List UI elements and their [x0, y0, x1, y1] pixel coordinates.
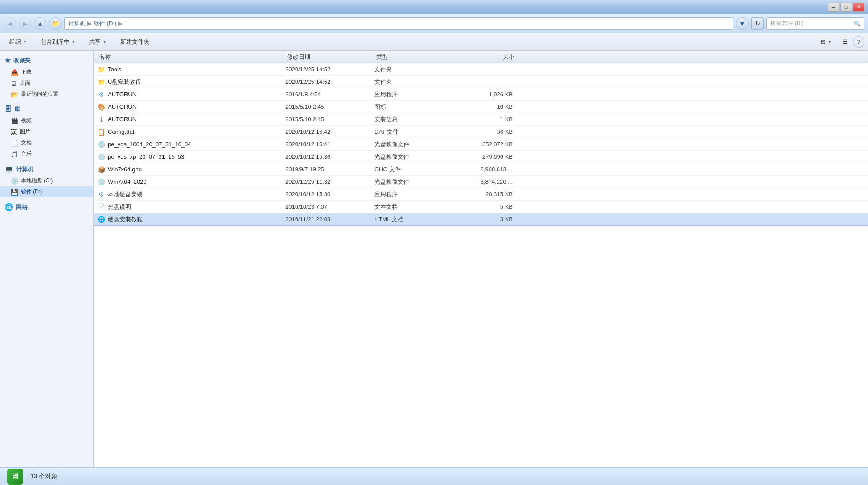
- file-type-cell: 文本文档: [374, 203, 455, 211]
- table-row[interactable]: 📄 光盘说明 2016/10/23 7:07 文本文档 5 KB: [94, 201, 868, 213]
- table-row[interactable]: ⚙ 本地硬盘安装 2020/10/12 15:30 应用程序 28,315 KB: [94, 188, 868, 201]
- file-name-text: Win7x64_2020: [108, 178, 147, 185]
- help-icon: ?: [857, 38, 860, 45]
- network-label: 网络: [16, 203, 28, 211]
- include-library-label: 包含到库中: [41, 38, 70, 46]
- view-toggle-button[interactable]: ⊞ ▼: [815, 35, 838, 49]
- file-name-cell: ℹ AUTORUN: [94, 115, 285, 123]
- refresh-button[interactable]: ↻: [751, 17, 764, 30]
- file-date-cell: 2015/5/10 2:45: [285, 116, 374, 123]
- up-button[interactable]: ▲: [34, 17, 46, 30]
- empty-area[interactable]: [94, 226, 868, 359]
- col-header-type[interactable]: 类型: [376, 53, 457, 61]
- file-rows-container: 📁 Tools 2020/12/25 14:52 文件夹 📁 U盘安装教程 20…: [94, 63, 868, 226]
- organize-label: 组织: [9, 38, 21, 46]
- file-icon: 🌐: [97, 215, 105, 223]
- table-row[interactable]: 💿 pe_yqs_1064_20_07_31_16_04 2020/10/12 …: [94, 138, 868, 151]
- d-drive-label: 软件 (D:): [21, 188, 42, 196]
- forward-button[interactable]: ▶: [19, 17, 31, 30]
- file-name-text: Tools: [108, 66, 121, 73]
- table-row[interactable]: 📦 Win7x64.gho 2019/9/7 19:25 GHO 文件 2,90…: [94, 163, 868, 176]
- file-date-cell: 2020/10/12 15:42: [285, 128, 374, 135]
- image-icon: 🖼: [11, 128, 17, 136]
- file-name-cell: 💿 pe_yqs_xp_20_07_31_15_53: [94, 153, 285, 161]
- view-details-button[interactable]: ☰: [839, 35, 851, 49]
- table-row[interactable]: 🌐 硬盘安装教程 2016/11/21 22:03 HTML 文档 3 KB: [94, 213, 868, 226]
- statusbar-count: 13 个对象: [30, 473, 58, 481]
- table-row[interactable]: 📁 U盘安装教程 2020/12/25 14:52 文件夹: [94, 76, 868, 88]
- file-type-cell: 应用程序: [374, 90, 455, 99]
- table-row[interactable]: 📋 Config.dat 2020/10/12 15:42 DAT 文件 36 …: [94, 126, 868, 138]
- table-row[interactable]: 💿 pe_yqs_xp_20_07_31_15_53 2020/10/12 15…: [94, 151, 868, 163]
- search-bar[interactable]: 搜索 软件 (D:) 🔍: [766, 17, 864, 30]
- sidebar-item-doc[interactable]: 📄 文档: [0, 137, 93, 148]
- file-name-cell: 📄 光盘说明: [94, 203, 285, 211]
- favorites-icon: ★: [4, 56, 11, 65]
- file-size-cell: 652,072 KB: [455, 141, 522, 148]
- sidebar-item-download[interactable]: 📥 下载: [0, 66, 93, 78]
- file-type-cell: 文件夹: [374, 78, 455, 86]
- col-header-name[interactable]: 名称: [95, 53, 287, 61]
- file-type-cell: HTML 文档: [374, 215, 455, 223]
- file-type-cell: 光盘映像文件: [374, 178, 455, 186]
- sidebar-favorites-header[interactable]: ★ 收藏夹: [0, 54, 93, 66]
- sidebar-section-computer: 💻 计算机 💿 本地磁盘 (C:) 💾 软件 (D:): [0, 163, 93, 197]
- file-type-cell: DAT 文件: [374, 128, 455, 136]
- include-library-button[interactable]: 包含到库中 ▼: [35, 35, 82, 49]
- breadcrumb-drive[interactable]: 软件 (D:): [94, 20, 116, 28]
- file-icon: 🎨: [97, 103, 105, 111]
- music-icon: 🎵: [11, 151, 18, 158]
- view-icon: ⊞: [821, 38, 826, 45]
- share-button[interactable]: 共享 ▼: [83, 35, 113, 49]
- file-date-cell: 2016/1/8 4:54: [285, 91, 374, 98]
- new-folder-button[interactable]: 新建文件夹: [115, 35, 155, 49]
- organize-button[interactable]: 组织 ▼: [4, 35, 33, 49]
- minimize-button[interactable]: ─: [828, 3, 839, 12]
- sidebar-item-c-drive[interactable]: 💿 本地磁盘 (C:): [0, 175, 93, 186]
- table-row[interactable]: ℹ AUTORUN 2015/5/10 2:45 安装信息 1 KB: [94, 113, 868, 126]
- sidebar-item-video[interactable]: 🎬 视频: [0, 115, 93, 126]
- sidebar-computer-header[interactable]: 💻 计算机: [0, 163, 93, 175]
- file-name-text: AUTORUN: [108, 91, 136, 98]
- breadcrumb[interactable]: 计算机 ▶ 软件 (D:) ▶: [64, 17, 733, 30]
- statusbar: 🖥 13 个对象: [0, 467, 868, 485]
- sidebar-item-image[interactable]: 🖼 图片: [0, 126, 93, 137]
- computer-label: 计算机: [16, 165, 33, 173]
- close-button[interactable]: ✕: [853, 3, 864, 12]
- sidebar-library-header[interactable]: 🗄 库: [0, 103, 93, 115]
- sidebar-network-header[interactable]: 🌐 网络: [0, 201, 93, 213]
- file-date-cell: 2020/10/12 15:41: [285, 141, 374, 148]
- file-size-cell: 36 KB: [455, 128, 522, 135]
- maximize-button[interactable]: □: [840, 3, 852, 12]
- dropdown-button[interactable]: ▼: [736, 17, 749, 30]
- file-name-cell: 🌐 硬盘安装教程: [94, 215, 285, 223]
- table-row[interactable]: ⚙ AUTORUN 2016/1/8 4:54 应用程序 1,926 KB: [94, 88, 868, 101]
- file-name-text: pe_yqs_1064_20_07_31_16_04: [108, 141, 191, 148]
- help-button[interactable]: ?: [853, 36, 864, 48]
- back-button[interactable]: ◀: [4, 17, 16, 30]
- file-type-cell: GHO 文件: [374, 165, 455, 173]
- col-header-size[interactable]: 大小: [457, 53, 523, 61]
- file-type-cell: 安装信息: [374, 115, 455, 123]
- file-size-cell: 10 KB: [455, 103, 522, 110]
- file-icon: 📄: [97, 203, 105, 211]
- desktop-icon: 🖥: [11, 80, 17, 87]
- breadcrumb-sep1: ▶: [87, 20, 92, 27]
- table-row[interactable]: 💿 Win7x64_2020 2020/12/25 11:32 光盘映像文件 3…: [94, 176, 868, 188]
- table-row[interactable]: 📁 Tools 2020/12/25 14:52 文件夹: [94, 63, 868, 76]
- table-row[interactable]: 🎨 AUTORUN 2015/5/10 2:45 图标 10 KB: [94, 101, 868, 113]
- sidebar-item-recent[interactable]: 📂 最近访问的位置: [0, 89, 93, 100]
- sidebar-item-desktop[interactable]: 🖥 桌面: [0, 78, 93, 89]
- file-size-cell: 3 KB: [455, 216, 522, 222]
- file-type-cell: 应用程序: [374, 190, 455, 198]
- folder-icon-btn[interactable]: 📁: [49, 17, 62, 30]
- file-icon: 💿: [97, 153, 105, 161]
- recent-label: 最近访问的位置: [21, 90, 58, 98]
- file-name-text: pe_yqs_xp_20_07_31_15_53: [108, 153, 184, 160]
- c-drive-label: 本地磁盘 (C:): [21, 177, 53, 185]
- col-header-date[interactable]: 修改日期: [287, 53, 376, 61]
- file-icon: 📋: [97, 128, 105, 136]
- breadcrumb-computer[interactable]: 计算机: [68, 20, 86, 28]
- sidebar-item-music[interactable]: 🎵 音乐: [0, 148, 93, 160]
- sidebar-item-d-drive[interactable]: 💾 软件 (D:): [0, 186, 93, 197]
